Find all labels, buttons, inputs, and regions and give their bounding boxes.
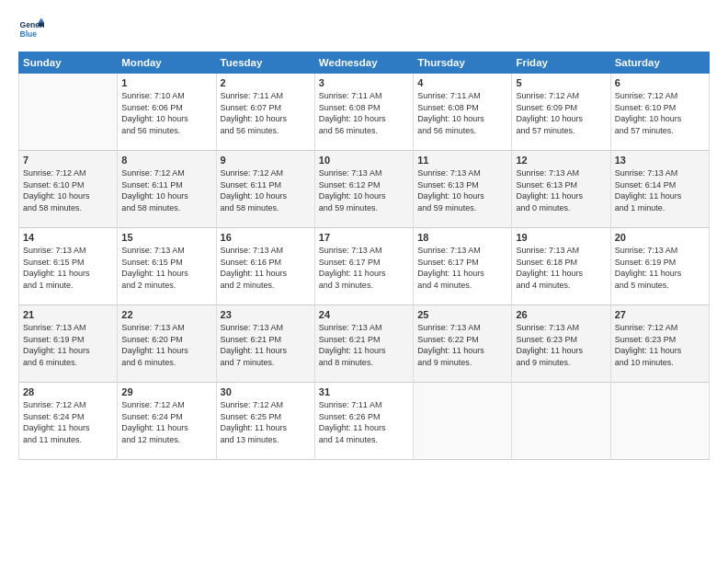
day-number: 25 [417, 309, 507, 320]
day-info: Sunrise: 7:12 AM Sunset: 6:11 PM Dayligh… [221, 167, 311, 213]
day-info: Sunrise: 7:11 AM Sunset: 6:26 PM Dayligh… [319, 399, 409, 445]
day-info: Sunrise: 7:13 AM Sunset: 6:13 PM Dayligh… [516, 167, 606, 213]
day-info: Sunrise: 7:13 AM Sunset: 6:16 PM Dayligh… [221, 245, 311, 291]
day-info: Sunrise: 7:12 AM Sunset: 6:10 PM Dayligh… [23, 167, 113, 213]
day-cell: 23Sunrise: 7:13 AM Sunset: 6:21 PM Dayli… [216, 305, 314, 383]
day-number: 17 [319, 232, 409, 243]
day-number: 4 [417, 77, 507, 88]
day-cell [19, 74, 118, 151]
day-cell [512, 383, 610, 460]
day-cell: 15Sunrise: 7:13 AM Sunset: 6:15 PM Dayli… [118, 228, 216, 305]
day-cell: 14Sunrise: 7:13 AM Sunset: 6:15 PM Dayli… [19, 228, 118, 305]
weekday-sunday: Sunday [19, 52, 118, 74]
day-cell: 10Sunrise: 7:13 AM Sunset: 6:12 PM Dayli… [314, 151, 413, 228]
weekday-thursday: Thursday [414, 52, 512, 74]
day-cell: 3Sunrise: 7:11 AM Sunset: 6:08 PM Daylig… [314, 74, 413, 151]
day-number: 22 [121, 309, 211, 320]
day-number: 21 [23, 309, 113, 320]
day-cell: 9Sunrise: 7:12 AM Sunset: 6:11 PM Daylig… [216, 151, 314, 228]
calendar-table: SundayMondayTuesdayWednesdayThursdayFrid… [18, 52, 710, 460]
day-number: 1 [121, 77, 211, 88]
day-number: 12 [516, 155, 606, 166]
day-cell: 12Sunrise: 7:13 AM Sunset: 6:13 PM Dayli… [512, 151, 610, 228]
day-info: Sunrise: 7:13 AM Sunset: 6:15 PM Dayligh… [23, 245, 113, 291]
day-cell: 22Sunrise: 7:13 AM Sunset: 6:20 PM Dayli… [118, 305, 216, 383]
day-info: Sunrise: 7:13 AM Sunset: 6:19 PM Dayligh… [23, 322, 113, 368]
day-number: 20 [615, 232, 705, 243]
day-number: 11 [417, 155, 507, 166]
svg-text:Blue: Blue [20, 29, 38, 39]
day-cell: 18Sunrise: 7:13 AM Sunset: 6:17 PM Dayli… [414, 228, 512, 305]
day-number: 3 [319, 77, 409, 88]
page: General Blue SundayMondayTuesdayWednesda… [0, 0, 728, 563]
week-row-1: 1Sunrise: 7:10 AM Sunset: 6:06 PM Daylig… [19, 74, 710, 151]
day-number: 13 [615, 155, 705, 166]
day-info: Sunrise: 7:12 AM Sunset: 6:09 PM Dayligh… [516, 90, 606, 136]
weekday-saturday: Saturday [610, 52, 709, 74]
day-cell: 29Sunrise: 7:12 AM Sunset: 6:24 PM Dayli… [118, 383, 216, 460]
day-info: Sunrise: 7:12 AM Sunset: 6:24 PM Dayligh… [121, 399, 211, 445]
day-number: 15 [121, 232, 211, 243]
day-number: 18 [417, 232, 507, 243]
day-cell: 26Sunrise: 7:13 AM Sunset: 6:23 PM Dayli… [512, 305, 610, 383]
day-cell: 4Sunrise: 7:11 AM Sunset: 6:08 PM Daylig… [414, 74, 512, 151]
day-cell: 21Sunrise: 7:13 AM Sunset: 6:19 PM Dayli… [19, 305, 118, 383]
day-info: Sunrise: 7:13 AM Sunset: 6:12 PM Dayligh… [319, 167, 409, 213]
day-number: 8 [121, 155, 211, 166]
day-number: 5 [516, 77, 606, 88]
day-number: 16 [221, 232, 311, 243]
day-cell: 30Sunrise: 7:12 AM Sunset: 6:25 PM Dayli… [216, 383, 314, 460]
day-number: 9 [221, 155, 311, 166]
day-cell: 6Sunrise: 7:12 AM Sunset: 6:10 PM Daylig… [610, 74, 709, 151]
day-info: Sunrise: 7:13 AM Sunset: 6:15 PM Dayligh… [121, 245, 211, 291]
day-number: 30 [221, 386, 311, 397]
day-info: Sunrise: 7:13 AM Sunset: 6:21 PM Dayligh… [221, 322, 311, 368]
day-cell: 24Sunrise: 7:13 AM Sunset: 6:21 PM Dayli… [314, 305, 413, 383]
day-number: 27 [615, 309, 705, 320]
weekday-friday: Friday [512, 52, 610, 74]
day-cell: 20Sunrise: 7:13 AM Sunset: 6:19 PM Dayli… [610, 228, 709, 305]
day-info: Sunrise: 7:12 AM Sunset: 6:10 PM Dayligh… [615, 90, 705, 136]
day-info: Sunrise: 7:12 AM Sunset: 6:25 PM Dayligh… [221, 399, 311, 445]
day-info: Sunrise: 7:12 AM Sunset: 6:23 PM Dayligh… [615, 322, 705, 368]
day-cell: 17Sunrise: 7:13 AM Sunset: 6:17 PM Dayli… [314, 228, 413, 305]
day-number: 26 [516, 309, 606, 320]
day-cell: 31Sunrise: 7:11 AM Sunset: 6:26 PM Dayli… [314, 383, 413, 460]
day-number: 23 [221, 309, 311, 320]
day-number: 10 [319, 155, 409, 166]
day-cell: 13Sunrise: 7:13 AM Sunset: 6:14 PM Dayli… [610, 151, 709, 228]
day-cell: 2Sunrise: 7:11 AM Sunset: 6:07 PM Daylig… [216, 74, 314, 151]
day-cell: 7Sunrise: 7:12 AM Sunset: 6:10 PM Daylig… [19, 151, 118, 228]
day-cell [610, 383, 709, 460]
day-info: Sunrise: 7:13 AM Sunset: 6:19 PM Dayligh… [615, 245, 705, 291]
day-number: 31 [319, 386, 409, 397]
day-cell: 5Sunrise: 7:12 AM Sunset: 6:09 PM Daylig… [512, 74, 610, 151]
day-info: Sunrise: 7:13 AM Sunset: 6:17 PM Dayligh… [319, 245, 409, 291]
weekday-wednesday: Wednesday [314, 52, 413, 74]
day-cell: 27Sunrise: 7:12 AM Sunset: 6:23 PM Dayli… [610, 305, 709, 383]
header: General Blue [18, 17, 710, 42]
week-row-5: 28Sunrise: 7:12 AM Sunset: 6:24 PM Dayli… [19, 383, 710, 460]
day-number: 29 [121, 386, 211, 397]
day-info: Sunrise: 7:13 AM Sunset: 6:18 PM Dayligh… [516, 245, 606, 291]
day-info: Sunrise: 7:13 AM Sunset: 6:23 PM Dayligh… [516, 322, 606, 368]
day-number: 24 [319, 309, 409, 320]
day-info: Sunrise: 7:11 AM Sunset: 6:07 PM Dayligh… [221, 90, 311, 136]
logo: General Blue [18, 17, 48, 42]
day-info: Sunrise: 7:13 AM Sunset: 6:20 PM Dayligh… [121, 322, 211, 368]
svg-marker-4 [39, 22, 44, 27]
day-info: Sunrise: 7:13 AM Sunset: 6:21 PM Dayligh… [319, 322, 409, 368]
weekday-monday: Monday [118, 52, 216, 74]
week-row-3: 14Sunrise: 7:13 AM Sunset: 6:15 PM Dayli… [19, 228, 710, 305]
day-number: 14 [23, 232, 113, 243]
weekday-tuesday: Tuesday [216, 52, 314, 74]
day-number: 7 [23, 155, 113, 166]
day-info: Sunrise: 7:11 AM Sunset: 6:08 PM Dayligh… [319, 90, 409, 136]
day-number: 28 [23, 386, 113, 397]
day-info: Sunrise: 7:11 AM Sunset: 6:08 PM Dayligh… [417, 90, 507, 136]
day-cell: 11Sunrise: 7:13 AM Sunset: 6:13 PM Dayli… [414, 151, 512, 228]
week-row-2: 7Sunrise: 7:12 AM Sunset: 6:10 PM Daylig… [19, 151, 710, 228]
day-cell: 19Sunrise: 7:13 AM Sunset: 6:18 PM Dayli… [512, 228, 610, 305]
day-number: 19 [516, 232, 606, 243]
day-cell: 16Sunrise: 7:13 AM Sunset: 6:16 PM Dayli… [216, 228, 314, 305]
